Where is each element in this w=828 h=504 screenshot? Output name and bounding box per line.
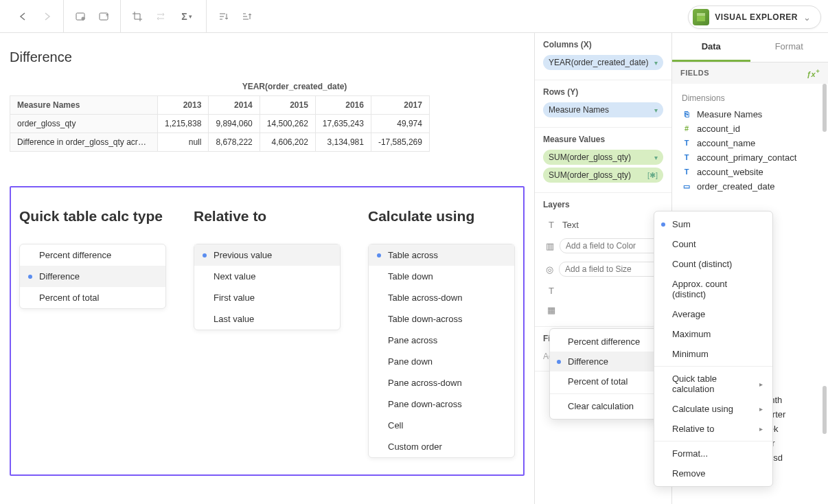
- fx-add-icon[interactable]: ƒx+: [807, 68, 820, 78]
- crop-button[interactable]: [128, 7, 147, 26]
- menu-item[interactable]: Custom order: [369, 436, 514, 457]
- field-item[interactable]: Taccount_primary_contact: [676, 150, 824, 165]
- text-type-icon: T: [682, 153, 691, 161]
- field-name: account_name: [697, 138, 755, 148]
- field-item[interactable]: ▭order_created_date: [676, 179, 824, 194]
- menu-item[interactable]: Percent of total: [20, 287, 165, 308]
- menu-item[interactable]: Percent difference: [550, 332, 658, 352]
- year-header[interactable]: 2014: [209, 96, 260, 115]
- menu-item[interactable]: Clear calculation: [550, 396, 658, 416]
- cell: 8,678,222: [209, 133, 260, 152]
- swap-button[interactable]: [151, 7, 170, 26]
- menu-item[interactable]: Table down: [369, 266, 514, 287]
- dimensions-label: Dimensions: [676, 91, 824, 107]
- back-button[interactable]: [14, 7, 33, 26]
- tab-data[interactable]: Data: [672, 33, 750, 62]
- menu-item[interactable]: Count (distinct): [654, 254, 772, 274]
- menu-item[interactable]: Approx. count (distinct): [654, 274, 772, 304]
- year-header[interactable]: 2016: [315, 96, 371, 115]
- row-label[interactable]: Difference in order_gloss_qty across ta.…: [10, 133, 158, 152]
- cell: 14,500,262: [260, 115, 315, 133]
- year-header[interactable]: 2015: [260, 96, 315, 115]
- corner-header: Measure Names: [10, 96, 158, 115]
- cell: -17,585,269: [371, 133, 429, 152]
- chevron-right-icon: ▸: [759, 405, 763, 413]
- quick-calc-submenu: Percent difference Difference Percent of…: [549, 328, 659, 420]
- menu-item[interactable]: Cell: [369, 415, 514, 436]
- menu-item[interactable]: Table across-down: [369, 287, 514, 308]
- menu-item[interactable]: First value: [194, 287, 340, 308]
- menu-item[interactable]: Last value: [194, 308, 340, 330]
- field-name: account_primary_contact: [697, 152, 796, 163]
- relative-to-menu: Previous value Next value First value La…: [194, 244, 341, 330]
- columns-pill[interactable]: YEAR(order_created_date)▾: [543, 55, 663, 70]
- menu-item[interactable]: Pane down: [369, 351, 514, 372]
- menu-item[interactable]: Minimum: [654, 344, 772, 364]
- menu-item[interactable]: Pane down-across: [369, 393, 514, 415]
- menu-item[interactable]: Pane across: [369, 330, 514, 351]
- columns-shelf-title: Columns (X): [543, 40, 663, 49]
- menu-label: Quick table calculation: [672, 374, 750, 394]
- menu-item[interactable]: Maximum: [654, 324, 772, 344]
- menu-separator: [550, 393, 658, 394]
- cell: 4,606,202: [260, 133, 315, 152]
- menu-item[interactable]: Calculate using▸: [654, 399, 772, 419]
- measure-pill[interactable]: SUM(order_gloss_qty)▾: [543, 150, 663, 165]
- menu-item[interactable]: Relative to▸: [654, 419, 772, 439]
- scrollbar-thumb[interactable]: [823, 386, 827, 434]
- menu-label: Relative to: [672, 424, 714, 434]
- cell: 1,215,838: [158, 115, 209, 133]
- table-row: order_gloss_qty 1,215,838 9,894,060 14,5…: [10, 115, 430, 133]
- sort-asc-button[interactable]: [214, 7, 233, 26]
- field-item[interactable]: #account_id: [676, 122, 824, 136]
- sort-desc-button[interactable]: [237, 7, 256, 26]
- chevron-down-icon: ▾: [654, 59, 658, 67]
- menu-item[interactable]: Table down-across: [369, 308, 514, 330]
- year-header[interactable]: 2017: [371, 96, 429, 115]
- menu-item[interactable]: Average: [654, 304, 772, 324]
- layer-label: Text: [562, 220, 579, 230]
- field-item[interactable]: Taccount_name: [676, 136, 824, 150]
- menu-item[interactable]: Previous value: [194, 244, 340, 266]
- scrollbar-thumb[interactable]: [823, 84, 827, 132]
- year-header[interactable]: 2013: [158, 96, 209, 115]
- pill-label: YEAR(order_created_date): [549, 58, 648, 67]
- field-item[interactable]: ⎘Measure Names: [676, 107, 824, 122]
- menu-item[interactable]: Sum: [654, 214, 772, 234]
- menu-item[interactable]: Remove: [654, 463, 772, 483]
- sigma-button[interactable]: Σ▾: [174, 7, 199, 26]
- menu-label: Calculate using: [672, 404, 733, 414]
- chevron-down-icon: ▾: [654, 154, 658, 161]
- menu-item[interactable]: Pane across-down: [369, 372, 514, 393]
- measure-pill-active[interactable]: SUM(order_gloss_qty)[✱]: [543, 168, 663, 183]
- app-switcher[interactable]: VISUAL EXPLORER ⌄: [688, 5, 821, 29]
- menu-item[interactable]: Percent difference: [20, 244, 165, 266]
- tab-format[interactable]: Format: [750, 33, 829, 62]
- layer-text-row[interactable]: TText: [543, 215, 663, 234]
- menu-item[interactable]: Format...: [654, 444, 772, 463]
- calc-type-menu: Percent difference Difference Percent of…: [19, 244, 166, 309]
- menu-item[interactable]: Count: [654, 234, 772, 254]
- menu-item[interactable]: Difference: [20, 266, 165, 287]
- menu-item[interactable]: Percent of total: [550, 371, 658, 391]
- menu-item[interactable]: Difference: [550, 352, 658, 371]
- menu-separator: [654, 441, 772, 442]
- layer-grid-row[interactable]: ▦: [543, 300, 663, 319]
- chevron-down-icon: ▾: [654, 106, 658, 114]
- field-item[interactable]: Taccount_website: [676, 165, 824, 179]
- chevron-right-icon: ▸: [759, 425, 763, 433]
- text-type-icon: T: [682, 168, 691, 176]
- forward-button[interactable]: [37, 7, 56, 26]
- menu-item[interactable]: Next value: [194, 266, 340, 287]
- menu-item[interactable]: Quick table calculation▸: [654, 369, 772, 399]
- text-icon: T: [546, 219, 557, 230]
- layer-text-row2[interactable]: T: [543, 281, 663, 300]
- layout2-button[interactable]: [94, 7, 113, 26]
- field-name: order_created_date: [697, 181, 774, 192]
- rows-pill[interactable]: Measure Names▾: [543, 102, 663, 117]
- measure-values-title: Measure Values: [543, 135, 663, 144]
- menu-item[interactable]: Table across: [369, 244, 514, 266]
- layout1-button[interactable]: [71, 7, 90, 26]
- text-type-icon: T: [682, 139, 691, 147]
- row-label[interactable]: order_gloss_qty: [10, 115, 158, 133]
